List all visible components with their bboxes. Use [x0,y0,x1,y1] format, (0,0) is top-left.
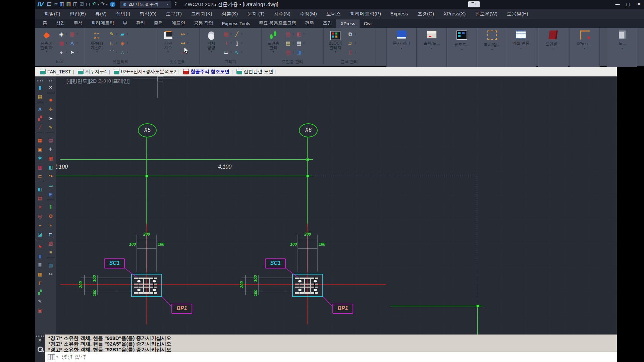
chevron-down-icon[interactable]: ▾ [230,33,232,36]
ribbon-tab-관리[interactable]: 관리 [132,18,150,28]
grid-bubble-x6[interactable]: X6 [299,123,318,137]
menu-item[interactable]: 파일(F) [40,9,65,19]
pipe-tool-icon[interactable]: ⌐ [35,221,45,230]
open-folder-icon[interactable]: ▱ [54,0,58,8]
drawing-tab[interactable]: 02+-+산지+경사도분석도2 [112,69,176,75]
scissors-tool-icon[interactable]: ✂ [46,269,56,279]
layer-red-icon[interactable]: ▤▾ [284,30,294,38]
chevron-down-icon[interactable]: ▾ [116,33,117,36]
help-icon[interactable]: ? [110,2,115,7]
partial-button[interactable]: 도...▾ [607,28,637,68]
redo-menu-arrow[interactable]: ▾ [106,1,108,9]
chevron-down-icon[interactable]: ▾ [230,51,232,54]
chevron-down-icon[interactable]: ▾ [241,42,243,45]
minimize-button[interactable]: — [614,1,621,8]
list-tool-icon[interactable]: ≡ [46,248,56,257]
snowflake-tool-icon[interactable]: ✱ [35,154,45,163]
dim-offset-icon[interactable]: ↤▾ [179,39,189,47]
menu-item[interactable]: 심볼(S) [217,9,243,19]
box-tool-icon[interactable]: ▣ [35,144,45,154]
cursor-tool-icon[interactable]: ➤ [46,114,56,123]
menu-item[interactable]: 보너스 [321,9,345,19]
menu-item[interactable]: Express [386,9,413,19]
ribbon-tab-건축[interactable]: 건축 [301,18,318,28]
grid2-tool-icon[interactable]: ⊞ [46,190,56,199]
layer-freeze-icon[interactable]: ▤▾ [284,48,294,56]
menu-item[interactable]: 그리기(K) [186,9,217,19]
ribbon-tab-삽입[interactable]: 삽입 [52,18,69,28]
red-grid-icon[interactable]: ▩▾ [58,39,67,47]
lz-axis-icon[interactable]: ∟▾ [108,39,117,47]
chevron-down-icon[interactable]: ▾ [116,42,117,45]
menu-item[interactable]: 도구(T) [161,9,186,19]
xpress-calculator-button[interactable]: +− ×÷XPress계산기▾ [87,29,107,53]
chevron-down-icon[interactable]: ▾ [76,33,78,36]
flame-tool-icon[interactable]: ✹ [46,96,56,105]
chevron-down-icon[interactable]: ▾ [76,42,78,45]
stack-tool-icon[interactable]: ▤ [35,193,45,202]
layer-white-icon[interactable]: ▤▾ [295,39,305,47]
ribbon-tab-공동 작업[interactable]: 공동 작업 [190,18,218,28]
diagonal-pencil-icon[interactable]: ╱▾ [233,30,243,38]
hatch2-tool-icon[interactable]: ▨ [46,239,56,248]
swatch-tool-icon[interactable]: ◪ [35,230,45,239]
menu-item[interactable]: 문자 (T) [243,9,269,19]
drawing-area[interactable]: [-][평면도][2D 와이어프레임] [56,76,617,335]
wheel-tool-icon[interactable]: ✪ [46,212,56,221]
target-tool-icon[interactable]: ◎ [35,212,45,221]
ribbon-tab-Express Tools[interactable]: Express Tools [218,19,255,28]
viewport-button[interactable]: 뷰포트...▾ [447,28,477,68]
column-tag-sc1[interactable]: SC1 [104,258,125,268]
ribbon-tab-조경[interactable]: 조경 [318,18,336,28]
chevron-down-icon[interactable]: ▾ [66,42,67,45]
table-tool-icon[interactable]: ▦ [35,269,45,279]
angle-tool-icon[interactable]: Γ [35,279,45,288]
preview-icon[interactable]: ◻ [86,0,90,8]
command-keyboard-icon[interactable] [48,354,55,360]
baseplate-tag-bp1[interactable]: BP1 [171,304,192,314]
pad-tool-icon[interactable]: ▭ [46,181,56,190]
ribbon-tab-주석[interactable]: 주석 [69,18,87,28]
block-manager-button[interactable]: BLOCK관리자▾ [326,29,345,53]
save-as-icon[interactable]: ▥ [66,0,71,8]
chevron-down-icon[interactable]: ▾ [303,42,305,45]
menu-item[interactable]: 파라메트릭(P) [345,9,386,19]
display-tool-icon[interactable]: ▮ [35,83,45,92]
chevron-down-icon[interactable]: ▾ [303,33,305,36]
red-book-icon[interactable]: ▥▾ [68,30,78,38]
drawing-tab[interactable]: 저두지구4 [76,69,107,75]
text-style-tool-icon[interactable]: A [35,105,45,114]
bar-tool-icon[interactable]: ▮ [35,251,45,260]
palette-tool-icon[interactable]: ▥ [35,163,45,172]
drawing-tab[interactable]: 접합관련 도면 [235,69,273,75]
qat-collapse-icon[interactable]: ▾ [175,2,176,6]
chevron-down-icon[interactable]: ▾ [303,51,305,54]
wrench-icon[interactable] [38,347,43,352]
notepad-pencil-icon[interactable]: ✎▾ [108,30,117,38]
bracket-tool-icon[interactable]: ⊏ [35,172,45,181]
chevron-down-icon[interactable]: ▾ [292,33,294,36]
chevron-down-icon[interactable]: ▾ [241,33,243,36]
layer-yellow-icon[interactable]: ▤▾ [284,39,294,47]
green-hatch-tool-icon[interactable]: ▞ [35,288,45,297]
monitor-tool-icon[interactable]: ◧ [35,184,45,193]
chevron-down-icon[interactable]: ▾ [56,355,58,359]
dim-horizontal-icon[interactable]: ↦▾ [179,30,189,38]
white-rect-icon[interactable]: ▯▾ [233,39,243,47]
drawing-tab[interactable]: 철골주각 참조도면 [181,69,229,75]
menu-item[interactable]: 수정(M) [295,9,322,19]
chevron-down-icon[interactable]: ▾ [127,51,128,54]
chevron-down-icon[interactable]: ▾ [127,33,128,36]
menu-item[interactable]: 편집(E) [65,9,91,19]
footprints-tool-icon[interactable]: ⁑ [46,202,56,212]
menu-item[interactable]: XPress(X) [439,9,470,19]
door-tool-icon[interactable]: ◻ [46,230,56,239]
chevron-down-icon[interactable]: ▾ [355,42,356,45]
menu-item[interactable]: 윈도우(W) [470,9,502,19]
menu-item[interactable]: 조경(G) [413,9,439,19]
arc-icon[interactable]: ⌒▾ [108,48,117,56]
grid-tool-icon[interactable]: ▦ [35,135,45,144]
chevron-down-icon[interactable]: ▾ [116,51,117,54]
close-x-tool-icon[interactable]: ✕ [46,83,56,92]
print-icon[interactable]: ⎚ [80,0,84,8]
